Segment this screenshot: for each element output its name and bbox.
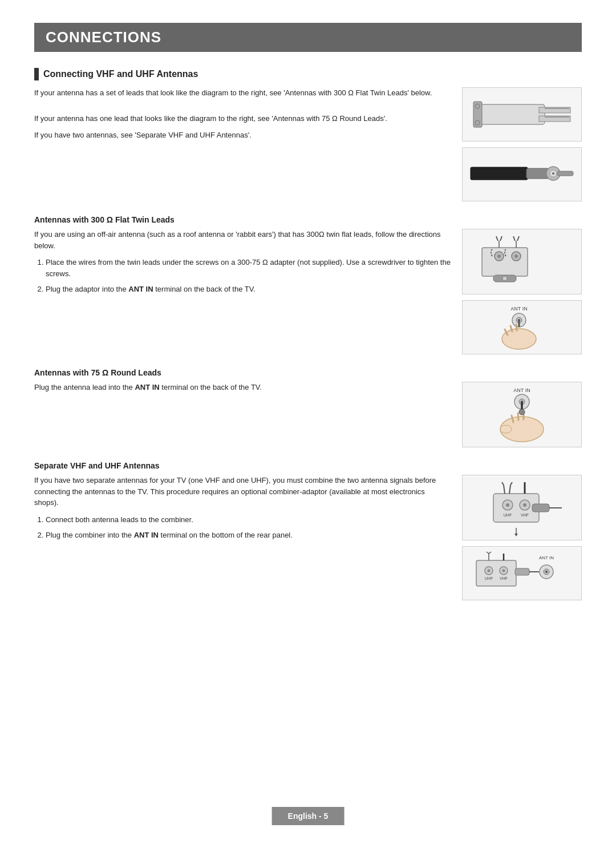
- 300-ohm-adapter-diagram: [462, 229, 582, 294]
- 300-ohm-text: If you are using an off-air antenna (suc…: [34, 229, 451, 354]
- svg-point-49: [506, 503, 509, 507]
- svg-line-22: [500, 236, 502, 241]
- combiner-diagram-2: UHF VHF ANT IN: [462, 546, 582, 600]
- separate-intro: If you have two separate antennas for yo…: [34, 475, 451, 508]
- svg-line-77: [487, 552, 489, 554]
- svg-point-46: [519, 409, 525, 415]
- svg-line-34: [516, 325, 517, 330]
- separate-images: UHF VHF: [462, 475, 582, 600]
- combiner-diagram-1: UHF VHF: [462, 475, 582, 540]
- svg-point-65: [488, 570, 491, 572]
- svg-point-16: [497, 255, 501, 258]
- svg-point-41: [500, 425, 512, 433]
- vhf-uhf-text: If your antenna has a set of leads that …: [34, 87, 451, 201]
- 75-ohm-plug-diagram: ANT IN: [462, 382, 582, 447]
- svg-text:ANT IN: ANT IN: [510, 306, 527, 312]
- vhf-uhf-intro1: If your antenna has a set of leads that …: [34, 87, 451, 99]
- svg-point-26: [502, 276, 507, 281]
- 75-ohm-text: Plug the antenna lead into the ANT IN te…: [34, 382, 451, 447]
- 300-ohm-step-1: Place the wires from the twin leads unde…: [46, 257, 451, 279]
- separate-step-1: Connect both antenna leads to the combin…: [46, 514, 451, 526]
- 300-ohm-steps: Place the wires from the twin leads unde…: [46, 257, 451, 295]
- svg-point-74: [545, 571, 548, 573]
- svg-point-52: [523, 503, 526, 507]
- section-300-ohm-heading: Antennas with 300 Ω Flat Twin Leads: [34, 215, 582, 224]
- svg-line-43: [518, 413, 518, 420]
- svg-point-68: [502, 570, 505, 572]
- svg-line-54: [504, 485, 505, 494]
- svg-rect-59: [532, 504, 549, 512]
- 75-ohm-para: Plug the antenna lead into the ANT IN te…: [34, 382, 451, 393]
- 300-ohm-content: If you are using an off-air antenna (suc…: [34, 229, 582, 354]
- section-separate-vhf-uhf: Separate VHF and UHF Antennas If you hav…: [34, 461, 582, 600]
- svg-point-31: [502, 329, 536, 349]
- section-vhf-uhf-heading: Connecting VHF and UHF Antennas: [34, 68, 582, 80]
- vhf-uhf-intro2: If your antenna has one lead that looks …: [34, 113, 451, 124]
- 75-ohm-content: Plug the antenna lead into the ANT IN te…: [34, 382, 582, 447]
- svg-line-56: [502, 482, 504, 485]
- separate-step2-bold: ANT IN: [134, 531, 159, 539]
- flat-twin-lead-diagram: [462, 87, 582, 142]
- svg-text:VHF: VHF: [521, 513, 529, 517]
- vhf-uhf-content: If your antenna has a set of leads that …: [34, 87, 582, 201]
- svg-rect-0: [476, 104, 545, 124]
- section-separate-heading: Separate VHF and UHF Antennas: [34, 461, 582, 470]
- svg-line-57: [510, 482, 512, 485]
- page-footer: English - 5: [272, 807, 345, 825]
- svg-rect-5: [473, 102, 482, 127]
- vhf-uhf-intro3: If you have two antennas, see 'Separate …: [34, 130, 451, 141]
- separate-step-2: Plug the combiner into the ANT IN termin…: [46, 530, 451, 541]
- svg-point-12: [552, 172, 554, 175]
- svg-line-21: [496, 236, 498, 241]
- svg-text:ANT IN: ANT IN: [539, 555, 554, 560]
- section-75-ohm: Antennas with 75 Ω Round Leads Plug the …: [34, 368, 582, 447]
- 300-ohm-step2-bold: ANT IN: [128, 285, 153, 293]
- svg-line-24: [517, 236, 519, 241]
- round-lead-diagram: [462, 147, 582, 201]
- svg-line-23: [513, 236, 515, 241]
- 75-ohm-images: ANT IN: [462, 382, 582, 447]
- svg-rect-9: [526, 168, 549, 179]
- page: CONNECTIONS Connecting VHF and UHF Anten…: [0, 0, 616, 848]
- svg-line-55: [509, 485, 510, 494]
- 300-ohm-images: ANT IN: [462, 229, 582, 354]
- ant-in-plug-diagram: ANT IN: [462, 300, 582, 354]
- svg-rect-8: [471, 167, 528, 180]
- separate-content: If you have two separate antennas for yo…: [34, 475, 582, 600]
- svg-text:VHF: VHF: [500, 576, 508, 580]
- svg-text:ANT IN: ANT IN: [513, 387, 530, 393]
- separate-text: If you have two separate antennas for yo…: [34, 475, 451, 600]
- section-vhf-uhf: Connecting VHF and UHF Antennas If your …: [34, 68, 582, 201]
- section-300-ohm: Antennas with 300 Ω Flat Twin Leads If y…: [34, 215, 582, 354]
- 300-ohm-step-2: Plug the adaptor into the ANT IN termina…: [46, 284, 451, 295]
- svg-rect-13: [557, 171, 573, 176]
- separate-steps: Connect both antenna leads to the combin…: [46, 514, 451, 541]
- svg-point-18: [514, 255, 518, 258]
- svg-line-78: [489, 552, 491, 554]
- svg-rect-70: [515, 568, 529, 575]
- svg-marker-62: [514, 534, 518, 536]
- svg-rect-63: [476, 560, 516, 586]
- svg-text:UHF: UHF: [485, 576, 493, 580]
- svg-text:UHF: UHF: [504, 513, 512, 517]
- 300-ohm-intro: If you are using an off-air antenna (suc…: [34, 229, 451, 251]
- vhf-uhf-images: [462, 87, 582, 201]
- page-title: CONNECTIONS: [34, 23, 582, 52]
- 75-ohm-ant-in-bold: ANT IN: [135, 383, 159, 391]
- section-75-ohm-heading: Antennas with 75 Ω Round Leads: [34, 368, 582, 377]
